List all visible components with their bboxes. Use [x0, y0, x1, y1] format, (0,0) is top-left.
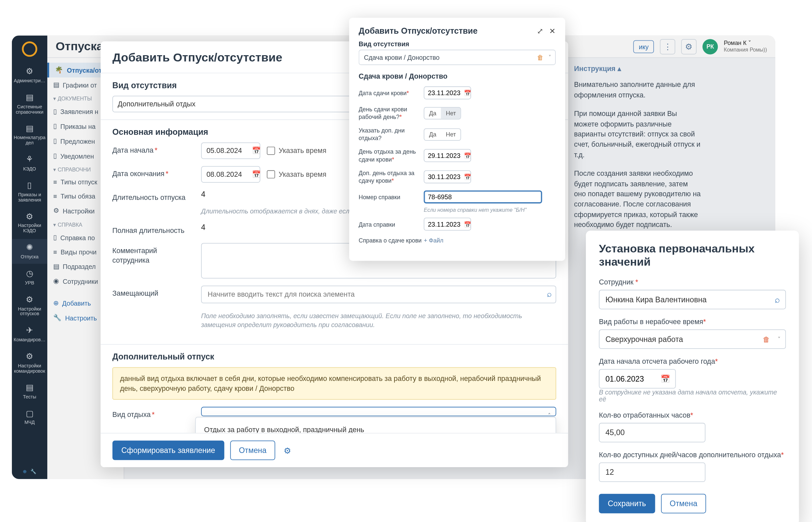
expand-icon[interactable]: ⤢ [537, 26, 543, 35]
blood-donation-modal: Добавить Отпуск/отсутствие ⤢✕ Вид отсутс… [349, 18, 565, 261]
gear-icon[interactable]: ⚙ [681, 39, 697, 54]
calendar-icon: 📅 [661, 374, 670, 383]
workday-segment[interactable]: ДаНет [424, 107, 461, 119]
label-full-duration: Полная длительность [112, 223, 195, 236]
employee-input[interactable] [599, 290, 786, 309]
plus-icon: ⊕ [23, 469, 27, 474]
modal3-title: Установка первоначальных значений [599, 242, 786, 268]
label-duration: Длительность отпуска [112, 190, 195, 203]
plane-icon: ✈ [24, 325, 35, 336]
gear-icon: ⚙ [24, 351, 35, 362]
label-hours: Кол-во отработанных часов* [599, 411, 786, 419]
list-icon: ≡ [53, 179, 57, 186]
days-input[interactable] [599, 463, 705, 482]
add-day-input[interactable] [424, 170, 471, 183]
sun-icon: ✺ [24, 242, 35, 253]
cert-number-input[interactable] [424, 190, 542, 203]
label-employee: Сотрудник * [599, 278, 786, 286]
end-time-checkbox[interactable]: Указать время [267, 170, 326, 179]
delete-icon[interactable]: 🗑 [537, 54, 543, 61]
label-substitute: Замещающий [112, 286, 195, 299]
person-icon: ◉ [53, 278, 59, 285]
user-name: Роман К ˅ [724, 40, 767, 46]
book-icon: ▤ [24, 92, 35, 103]
instruction-panel: Инструкция ▴ Внимательно заполните данны… [574, 64, 701, 239]
search-icon: ⌕ [547, 289, 552, 299]
close-icon[interactable]: ✕ [549, 26, 556, 35]
search-icon: ⌕ [775, 294, 780, 304]
rest-day-input[interactable] [424, 149, 471, 162]
side-nomen[interactable]: ▤Номенклатура дел [12, 120, 47, 150]
avatar[interactable]: РК [702, 39, 718, 54]
main-sidebar: ⚙Администри… ▤Системные справочники ▤Ном… [12, 35, 47, 479]
hours-input[interactable] [599, 423, 705, 442]
start-time-checkbox[interactable]: Указать время [267, 147, 326, 155]
initial-values-modal: Установка первоначальных значений Сотруд… [586, 230, 799, 522]
side-kedo[interactable]: ⚘КЭДО [12, 150, 47, 176]
more-icon[interactable]: ⋮ [660, 39, 675, 54]
label-start-date: Дата начала [112, 142, 195, 155]
duration-value: 4 [201, 190, 206, 199]
document-icon: ▯ [24, 180, 35, 191]
add-file-button[interactable]: + Файл [424, 237, 443, 244]
rest-kind-select[interactable]: ˄ [201, 407, 557, 417]
side-vac-set[interactable]: ⚙Настройки отпусков [12, 291, 47, 321]
modal2-title: Добавить Отпуск/отсутствие [359, 26, 478, 36]
page-title: Отпуска [56, 40, 103, 53]
label-work-kind: Вид работы в нерабочее время* [599, 318, 786, 326]
side-trips-set[interactable]: ⚙Настройки командировок [12, 347, 47, 378]
cert-date-input[interactable] [424, 218, 471, 230]
side-tests[interactable]: ▤Тесты [12, 379, 47, 404]
extra-days-segment[interactable]: ДаНет [424, 128, 461, 141]
end-date-input[interactable] [201, 166, 260, 183]
document-icon: ▯ [53, 123, 57, 130]
wrench-icon: 🔧 [53, 314, 61, 321]
start-date-input[interactable] [201, 142, 260, 159]
gear-icon: ⚙ [53, 207, 59, 215]
work-kind-select[interactable]: Сверхурочная работа🗑˅ [599, 329, 786, 349]
gear-icon: ⚙ [24, 66, 35, 77]
blood-date-input[interactable] [424, 86, 471, 99]
users-icon: ⚘ [24, 154, 35, 165]
blood-section-title: Сдача крови / Донорство [359, 72, 556, 80]
instruction-header[interactable]: Инструкция ▴ [574, 64, 701, 74]
side-sys[interactable]: ▤Системные справочники [12, 88, 47, 119]
save-button[interactable]: Сохранить [599, 494, 655, 514]
side-mchd[interactable]: ▢МЧД [12, 405, 47, 429]
cancel-button-3[interactable]: Отмена [661, 494, 706, 514]
side-admin[interactable]: ⚙Администри… [12, 63, 47, 87]
substitute-search[interactable] [201, 286, 557, 304]
label-year-start: Дата начала отсчета рабочего года* [599, 357, 786, 365]
cert-number-hint: Если номера справки нет укажите "Б/Н" [424, 207, 556, 213]
label-comment: Комментарий сотрудника [112, 243, 195, 265]
sidebar-add[interactable]: ⊕🔧 [23, 469, 36, 474]
gear-icon: ⚙ [24, 212, 35, 222]
full-duration-value: 4 [201, 223, 206, 232]
side-urv[interactable]: ◷УРВ [12, 265, 47, 290]
settings-icon[interactable]: ⚙ [284, 446, 291, 455]
side-vacations[interactable]: ✺Отпуска [12, 239, 47, 264]
wrench-icon: 🔧 [31, 469, 36, 474]
clipboard-icon: ▤ [24, 382, 35, 393]
cancel-button[interactable]: Отмена [230, 441, 275, 460]
delete-icon[interactable]: 🗑 [763, 335, 770, 344]
chevron-down-icon: ˅ [778, 336, 780, 343]
list-icon: ≡ [53, 248, 57, 255]
label-absence-type: Вид отсутствия [359, 40, 556, 47]
rest-kind-dropdown: Отдых за работу в выходной, праздничный … [195, 417, 557, 433]
side-kedo-set[interactable]: ⚙Настройки КЭДО [12, 208, 47, 238]
side-trips[interactable]: ✈Командиров… [12, 322, 47, 346]
side-orders[interactable]: ▯Приказы и заявления [12, 177, 47, 207]
building-icon: ▤ [53, 263, 59, 270]
absence-type-select-2[interactable]: Сдача крови / Донорство🗑˅ [359, 49, 556, 65]
submit-button[interactable]: Сформировать заявление [112, 441, 224, 460]
option-weekend[interactable]: Отдых за работу в выходной, праздничный … [196, 421, 556, 433]
list-icon: ≡ [53, 193, 57, 200]
user-info: Роман К ˅ Компания Ромы)) [724, 40, 767, 53]
label-days: Кол-во доступных дней/часов дополнительн… [599, 450, 786, 459]
modal-footer: Сформировать заявление Отмена ⚙ [100, 433, 568, 467]
schedule-button[interactable]: ику [634, 40, 654, 53]
folder-icon: ▤ [24, 123, 35, 134]
box-icon: ▢ [24, 408, 35, 419]
document-icon: ▯ [53, 108, 57, 115]
